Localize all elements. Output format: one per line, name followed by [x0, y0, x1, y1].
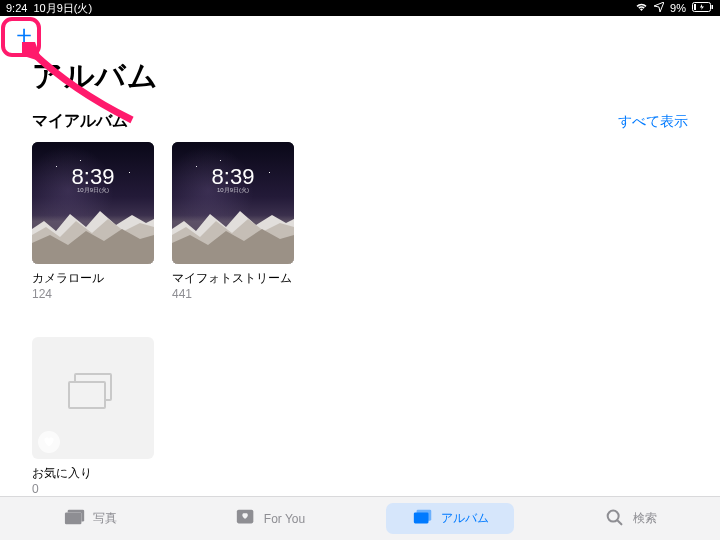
tab-label: 検索 — [633, 510, 657, 527]
wifi-icon — [635, 2, 648, 14]
tab-albums[interactable]: アルバム — [360, 497, 540, 540]
album-thumbnail — [32, 337, 154, 459]
tab-photos[interactable]: 写真 — [0, 497, 180, 540]
svg-line-10 — [617, 520, 621, 524]
tab-search[interactable]: 検索 — [540, 497, 720, 540]
see-all-link[interactable]: すべて表示 — [618, 113, 688, 131]
album-name: マイフォトストリーム — [172, 270, 294, 287]
album-name: お気に入り — [32, 465, 154, 482]
albums-grid: 8:39 10月9日(火) カメラロール 124 8:39 10月9日(火) マ… — [32, 142, 688, 496]
svg-rect-1 — [694, 4, 696, 10]
album-camera-roll[interactable]: 8:39 10月9日(火) カメラロール 124 — [32, 142, 154, 301]
location-icon — [654, 2, 664, 14]
tab-label: アルバム — [441, 510, 489, 527]
tab-foryou[interactable]: For You — [180, 497, 360, 540]
svg-rect-8 — [413, 512, 428, 523]
status-bar: 9:24 10月9日(火) 9% — [0, 0, 720, 16]
photos-icon — [64, 507, 86, 530]
tab-label: For You — [264, 512, 305, 526]
search-icon — [604, 507, 626, 530]
album-thumbnail: 8:39 10月9日(火) — [172, 142, 294, 264]
nav-bar: ＋ — [0, 16, 720, 52]
photo-stack-icon — [68, 373, 118, 413]
svg-rect-5 — [64, 512, 81, 524]
album-thumbnail: 8:39 10月9日(火) — [32, 142, 154, 264]
foryou-icon — [235, 507, 257, 530]
album-count: 0 — [32, 482, 154, 496]
album-photo-stream[interactable]: 8:39 10月9日(火) マイフォトストリーム 441 — [172, 142, 294, 301]
battery-icon — [692, 2, 714, 14]
tab-label: 写真 — [93, 510, 117, 527]
app-root: 9:24 10月9日(火) 9% ＋ アルバム — [0, 0, 720, 540]
heart-icon — [38, 431, 60, 453]
status-time: 9:24 — [6, 2, 27, 14]
tab-bar: 写真 For You アルバム 検索 — [0, 496, 720, 540]
album-name: カメラロール — [32, 270, 154, 287]
albums-icon — [412, 507, 434, 530]
album-count: 124 — [32, 287, 154, 301]
status-date: 10月9日(火) — [33, 1, 92, 16]
section-title: マイアルバム — [32, 111, 128, 132]
battery-pct: 9% — [670, 2, 686, 14]
album-favorites[interactable]: お気に入り 0 — [32, 337, 154, 496]
svg-rect-2 — [712, 5, 714, 9]
section-header: マイアルバム すべて表示 — [32, 107, 688, 142]
add-album-button[interactable]: ＋ — [10, 20, 38, 48]
content-area: アルバム マイアルバム すべて表示 8:39 10月9日(火) カメラロール 1… — [0, 52, 720, 496]
page-title: アルバム — [32, 56, 688, 97]
album-count: 441 — [172, 287, 294, 301]
